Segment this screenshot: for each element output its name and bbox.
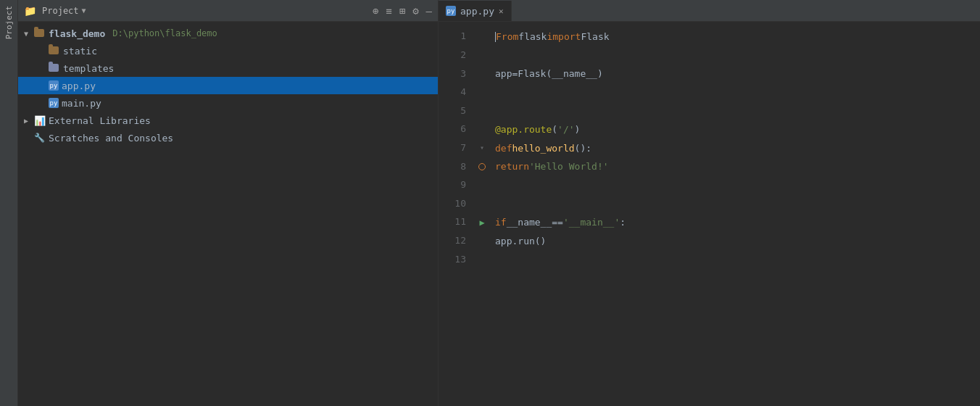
op-eqeq: == (552, 218, 563, 227)
kw-if: if (495, 218, 507, 227)
tab-close-button[interactable]: ✕ (499, 7, 504, 16)
code-line-8: return 'Hello World!' (489, 157, 980, 176)
main-py-icon: py (49, 98, 59, 108)
gutter-1 (475, 28, 489, 46)
tree-item-flask-demo[interactable]: ▼ flask_demo D:\python\flask_demo (18, 25, 438, 42)
code-line-10 (489, 194, 980, 213)
code-line-4 (489, 83, 980, 102)
fold-icon[interactable]: ▾ (480, 144, 484, 152)
vertical-sidebar: Project (0, 0, 18, 406)
scratches-label: Scratches and Consoles (49, 133, 173, 144)
templates-label: templates (63, 63, 114, 74)
line-num-12: 12 (439, 232, 475, 251)
templates-folder-icon (49, 63, 60, 74)
locate-icon[interactable]: ⊕ (373, 5, 378, 17)
code-line-3: app = Flask(__name__) (489, 65, 980, 83)
line-num-13: 13 (439, 250, 475, 269)
op-eq: = (512, 69, 518, 78)
static-folder-icon (49, 46, 60, 57)
panel-header-title: 📁 Project ▼ (24, 5, 86, 17)
gutter-4 (475, 83, 489, 102)
project-panel: 📁 Project ▼ ⊕ ≡ ⊞ ⚙ — ▼ flask_demo D:\py… (18, 0, 439, 406)
code-line-1: From flask import Flask (489, 28, 980, 46)
line-num-5: 5 (439, 102, 475, 120)
gutter-5 (475, 102, 489, 120)
run-icon[interactable]: ▶ (479, 218, 484, 228)
collapse-all-icon[interactable]: ≡ (386, 5, 391, 17)
panel-header: 📁 Project ▼ ⊕ ≡ ⊞ ⚙ — (18, 0, 438, 22)
gutter-10 (475, 194, 489, 213)
code-line-2 (489, 46, 980, 65)
main-py-label: main.py (62, 98, 101, 109)
flask-demo-label: flask_demo (49, 28, 105, 39)
ext-libs-icon: 📊 (34, 115, 46, 126)
panel-header-icons: ⊕ ≡ ⊞ ⚙ — (373, 5, 432, 17)
fn-hello-world: hello_world (512, 144, 574, 153)
gutter-3 (475, 65, 489, 83)
code-line-11: if __name__ == '__main__': (489, 213, 980, 232)
code-line-5 (489, 102, 980, 120)
line-num-1: 1 (439, 28, 475, 46)
line-numbers: 1 2 3 4 5 6 7 8 9 10 11 12 13 (439, 22, 475, 406)
scratches-icon: 🔧 (34, 133, 46, 143)
panel-title-text: Project (42, 6, 79, 16)
breakpoint-icon[interactable] (478, 163, 486, 170)
gutter-6 (475, 120, 489, 139)
project-folder-icon: 📁 (24, 5, 36, 17)
code-line-9 (489, 176, 980, 195)
line-num-6: 6 (439, 120, 475, 139)
code-line-13 (489, 250, 980, 269)
decorator-route: @app.route (495, 125, 552, 134)
project-tree: ▼ flask_demo D:\python\flask_demo ▶ stat… (18, 22, 438, 406)
var-name: (__name__) (546, 69, 602, 78)
str-hello-world: 'Hello World!' (529, 162, 609, 171)
ext-libs-arrow: ▶ (24, 117, 31, 125)
mod-flask: flask (518, 32, 547, 41)
str-main: '__main__' (563, 218, 620, 227)
line-num-10: 10 (439, 194, 475, 213)
ext-libs-label: External Libraries (49, 115, 151, 126)
code-line-7: def hello_world(): (489, 139, 980, 158)
cls-flask: Flask (581, 32, 609, 41)
minimize-icon[interactable]: — (426, 5, 432, 17)
kw-return: return (495, 162, 529, 171)
tree-item-scratches[interactable]: ▶ 🔧 Scratches and Consoles (18, 129, 438, 146)
tree-item-static[interactable]: ▶ static (18, 42, 438, 59)
tree-item-templates[interactable]: ▶ templates (18, 59, 438, 77)
code-line-12: app.run() (489, 232, 980, 251)
expand-arrow: ▼ (24, 30, 31, 38)
app-py-icon: py (49, 80, 59, 91)
panel-dropdown-arrow[interactable]: ▼ (82, 7, 86, 14)
tree-item-app-py[interactable]: ▶ py app.py (18, 77, 438, 94)
kw-def: def (495, 144, 512, 153)
expand-all-icon[interactable]: ⊞ (399, 5, 405, 17)
op-close: ) (575, 125, 581, 134)
project-tab-label[interactable]: Project (1, 0, 17, 45)
op-paren: ( (552, 125, 557, 134)
line-num-4: 4 (439, 83, 475, 102)
gutter-8 (475, 157, 489, 176)
op-func-paren: (): (575, 144, 591, 153)
static-label: static (63, 46, 97, 57)
code-content[interactable]: From flask import Flask app = Flask(__na… (489, 22, 980, 406)
tree-item-external-libs[interactable]: ▶ 📊 External Libraries (18, 112, 438, 129)
gutter-2 (475, 46, 489, 65)
tab-app-py-label: app.py (460, 6, 494, 17)
project-label: Project (4, 6, 14, 39)
line-gutter: ▾ ▶ (475, 22, 489, 406)
tab-app-py-icon: py (446, 6, 456, 16)
str-slash: '/' (557, 125, 574, 134)
tab-app-py[interactable]: py app.py ✕ (439, 1, 512, 21)
settings-icon[interactable]: ⚙ (412, 5, 418, 17)
code-line-6: @app.route('/') (489, 120, 980, 139)
gutter-13 (475, 250, 489, 269)
op-colon: : (620, 218, 626, 227)
app-run: app.run() (495, 236, 546, 246)
tab-bar: py app.py ✕ (439, 0, 980, 22)
gutter-11: ▶ (475, 213, 489, 232)
code-editor[interactable]: 1 2 3 4 5 6 7 8 9 10 11 12 13 ▾ (439, 22, 980, 406)
gutter-9 (475, 176, 489, 195)
tree-item-main-py[interactable]: ▶ py main.py (18, 94, 438, 112)
line-num-2: 2 (439, 46, 475, 65)
flask-demo-path: D:\python\flask_demo (112, 28, 217, 38)
